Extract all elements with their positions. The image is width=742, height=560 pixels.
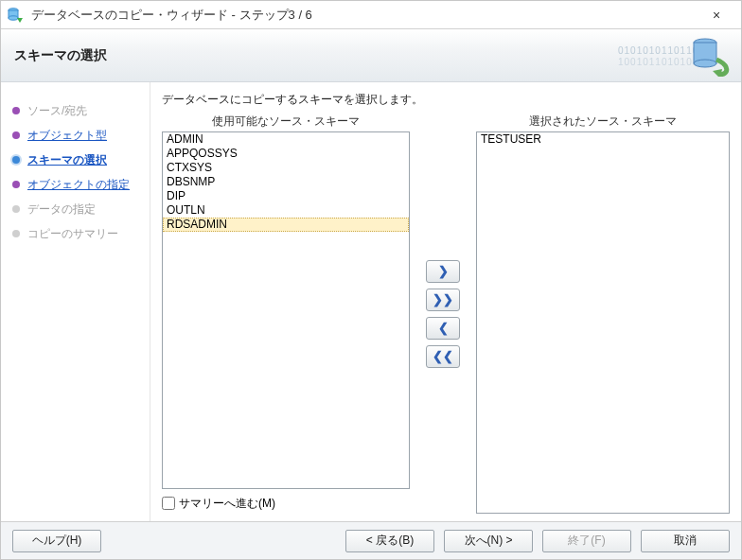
help-button[interactable]: ヘルプ(H) [12, 530, 101, 552]
move-buttons-column: ❯ ❯❯ ❮ ❮❮ [410, 114, 476, 514]
summary-row: サマリーへ進む(M) [162, 493, 410, 514]
step-label: コピーのサマリー [27, 226, 118, 242]
page-heading: スキーマの選択 [14, 47, 107, 64]
list-item[interactable]: RDSADMIN [163, 218, 409, 232]
summary-checkbox-label[interactable]: サマリーへ進む(M) [179, 496, 275, 512]
footer: ヘルプ(H) < 戻る(B) 次へ(N) > 終了(F) 取消 [1, 521, 741, 559]
move-left-all-button[interactable]: ❮❮ [426, 345, 460, 368]
finish-button: 終了(F) [542, 530, 631, 552]
svg-marker-3 [17, 18, 23, 23]
list-item[interactable]: APPQOSSYS [163, 147, 409, 161]
step-schema-select[interactable]: スキーマの選択 [9, 149, 144, 171]
step-node-icon [9, 226, 24, 241]
available-label: 使用可能なソース・スキーマ [162, 114, 410, 130]
app-icon [7, 7, 24, 24]
step-node-icon [9, 152, 24, 167]
step-node-icon [9, 201, 24, 217]
dual-list: 使用可能なソース・スキーマ ADMINAPPQOSSYSCTXSYSDBSNMP… [162, 114, 730, 514]
selected-listbox[interactable]: TESTUSER [476, 131, 730, 514]
step-label[interactable]: スキーマの選択 [27, 152, 107, 168]
next-button[interactable]: 次へ(N) > [444, 530, 533, 552]
list-item[interactable]: DIP [163, 189, 409, 203]
move-right-all-button[interactable]: ❯❯ [426, 289, 460, 311]
selected-column: 選択されたソース・スキーマ TESTUSER [476, 114, 730, 514]
list-item[interactable]: DBSNMP [163, 175, 409, 189]
step-object-type[interactable]: オブジェクト型 [9, 124, 144, 147]
instruction-text: データベースにコピーするスキーマを選択します。 [162, 92, 730, 108]
list-item[interactable]: ADMIN [163, 132, 409, 147]
step-object-spec[interactable]: オブジェクトの指定 [9, 173, 144, 196]
step-label: データの指定 [27, 201, 96, 218]
back-button[interactable]: < 戻る(B) [345, 530, 434, 552]
list-item[interactable]: CTXSYS [163, 161, 409, 175]
svg-point-2 [9, 15, 18, 19]
step-source-dest: ソース/宛先 [9, 99, 144, 122]
banner-decor-icon: 0101010110110101 1001011010101010 [618, 35, 732, 77]
step-node-icon [9, 128, 24, 143]
cancel-button[interactable]: 取消 [641, 530, 730, 552]
list-item[interactable]: OUTLN [163, 203, 409, 218]
summary-checkbox[interactable] [162, 497, 175, 510]
step-label[interactable]: オブジェクトの指定 [27, 177, 130, 193]
step-node-icon [9, 177, 24, 192]
svg-marker-9 [713, 69, 722, 77]
step-label[interactable]: オブジェクト型 [27, 128, 107, 144]
wizard-window: データベースのコピー・ウィザード - ステップ3 / 6 × スキーマの選択 0… [0, 0, 742, 560]
available-listbox[interactable]: ADMINAPPQOSSYSCTXSYSDBSNMPDIPOUTLNRDSADM… [162, 131, 410, 489]
list-item[interactable]: TESTUSER [477, 132, 729, 147]
window-title: データベースのコピー・ウィザード - ステップ3 / 6 [31, 7, 698, 24]
selected-label: 選択されたソース・スキーマ [476, 114, 730, 130]
step-node-icon [9, 103, 24, 118]
move-left-button[interactable]: ❮ [426, 317, 460, 340]
close-button[interactable]: × [698, 2, 735, 28]
content-panel: データベースにコピーするスキーマを選択します。 使用可能なソース・スキーマ AD… [150, 82, 741, 521]
titlebar: データベースのコピー・ウィザード - ステップ3 / 6 × [1, 1, 741, 29]
move-right-button[interactable]: ❯ [426, 260, 460, 283]
step-summary: コピーのサマリー [9, 222, 144, 245]
step-data-spec: データの指定 [9, 198, 144, 220]
step-sidebar: ソース/宛先 オブジェクト型 スキーマの選択 オブジェクトの指定 データの指定 … [1, 82, 150, 521]
step-label: ソース/宛先 [27, 103, 87, 119]
svg-point-8 [694, 60, 716, 67]
wizard-body: ソース/宛先 オブジェクト型 スキーマの選択 オブジェクトの指定 データの指定 … [1, 82, 741, 521]
banner: スキーマの選択 0101010110110101 100101101010101… [1, 29, 741, 82]
available-column: 使用可能なソース・スキーマ ADMINAPPQOSSYSCTXSYSDBSNMP… [162, 114, 410, 514]
